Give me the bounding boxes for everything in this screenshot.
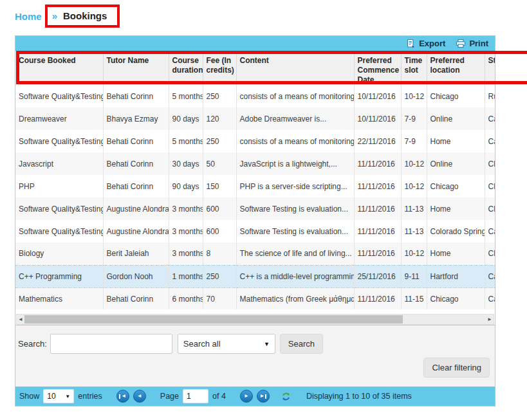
- export-label: Export: [419, 39, 445, 48]
- cell-location: Home: [427, 242, 485, 265]
- cell-tutor: Behati Corinn: [103, 85, 169, 107]
- table-row[interactable]: Software Quality&TestingBehati Corinn5 m…: [15, 85, 495, 107]
- column-header-time[interactable]: Time slot: [401, 51, 427, 85]
- column-header-duration[interactable]: Course duration: [169, 51, 203, 85]
- column-header-course[interactable]: Course Booked: [15, 51, 103, 85]
- table-row[interactable]: DreamweaverBhavya Ezmay90 days120Adobe D…: [15, 107, 495, 130]
- cell-status: Closed: [485, 242, 495, 265]
- show-label: Show: [19, 392, 39, 401]
- cell-content: C++ is a middle-level programming...: [236, 265, 354, 288]
- cell-date: 11/11/2016: [354, 197, 401, 220]
- clear-filtering-button[interactable]: Clear filtering: [423, 358, 490, 378]
- cell-course: Biology: [15, 242, 103, 265]
- table-row[interactable]: Software Quality&TestingAugustine Alondr…: [15, 220, 495, 242]
- column-header-fee[interactable]: Fee (In credits): [203, 51, 236, 85]
- cell-tutor: Augustine Alondra: [103, 197, 169, 220]
- horizontal-scrollbar[interactable]: ◄ ►: [16, 314, 494, 325]
- cell-content: PHP is a server-side scripting...: [236, 175, 354, 197]
- table-row[interactable]: PHPBehati Corinn90 days150PHP is a serve…: [15, 175, 495, 197]
- cell-location: Online: [427, 152, 485, 175]
- table-row[interactable]: JavascriptBehati Corinn30 days50JavaScri…: [15, 152, 495, 175]
- search-input[interactable]: [50, 334, 172, 354]
- scroll-left-arrow-icon[interactable]: ◄: [17, 315, 24, 324]
- last-page-button[interactable]: ►: [257, 390, 270, 403]
- cell-duration: 3 months: [169, 242, 203, 265]
- breadcrumb-home-link[interactable]: Home: [15, 11, 42, 22]
- page-size-value: 10: [47, 392, 55, 401]
- cell-time: 11-13: [401, 197, 427, 220]
- cell-course: Software Quality&Testing: [15, 85, 103, 107]
- breadcrumb-annotation-box: » Bookings: [45, 5, 120, 28]
- cell-fee: 120: [203, 107, 236, 130]
- cell-status: Cancelled: [485, 220, 495, 242]
- cell-tutor: Berit Jaleiah: [103, 242, 169, 265]
- print-button[interactable]: Print: [456, 39, 488, 48]
- first-page-icon: [119, 394, 120, 399]
- cell-tutor: Behati Corinn: [103, 130, 169, 152]
- cell-duration: 30 days: [169, 152, 203, 175]
- previous-page-button[interactable]: ◄: [133, 390, 146, 403]
- cell-duration: 90 days: [169, 175, 203, 197]
- cell-status: Cancelled: [485, 107, 495, 130]
- column-header-location[interactable]: Preferred location: [427, 51, 485, 85]
- scroll-right-arrow-icon[interactable]: ►: [486, 315, 494, 324]
- cell-time: 10-12: [401, 152, 427, 175]
- cell-status: Cancelled: [485, 130, 495, 152]
- refresh-button[interactable]: [281, 392, 291, 401]
- cell-duration: 5 months: [169, 85, 203, 107]
- scrollbar-thumb[interactable]: [24, 315, 403, 324]
- search-field-dropdown-value: Search all: [183, 339, 221, 349]
- cell-time: 10-12: [401, 175, 427, 197]
- pager-footer: Show 10 ▼ entries ◄ ◄ Page of 4 ► ►: [15, 387, 495, 406]
- cell-fee: 150: [203, 175, 236, 197]
- cell-course: Software Quality&Testing: [15, 130, 103, 152]
- cell-fee: 250: [203, 85, 236, 107]
- search-field-dropdown[interactable]: Search all ▼: [178, 334, 275, 354]
- table-row[interactable]: Software Quality&TestingAugustine Alondr…: [15, 197, 495, 220]
- search-button[interactable]: Search: [280, 334, 323, 354]
- cell-location: Chicago: [427, 288, 485, 309]
- column-header-tutor[interactable]: Tutor Name: [103, 51, 169, 85]
- page-size-dropdown[interactable]: 10 ▼: [43, 389, 74, 403]
- table-row[interactable]: BiologyBerit Jaleiah3 months8The science…: [15, 242, 495, 265]
- table-toolbar: Export Print: [15, 36, 495, 51]
- entries-label: entries: [78, 392, 102, 401]
- cell-status: Cancelled: [485, 265, 495, 288]
- bookings-table-panel: Export Print Course BookedTutor NameCo: [15, 35, 495, 406]
- next-page-button[interactable]: ►: [240, 390, 253, 403]
- cell-location: Hartford: [427, 265, 485, 288]
- cell-content: JavaScript is a lightweight,...: [236, 152, 354, 175]
- cell-status: Closed: [485, 175, 495, 197]
- chevron-down-icon: ▼: [264, 341, 270, 347]
- search-filter-section: Search: Search all ▼ Search Clear filter…: [15, 325, 495, 387]
- print-label: Print: [469, 39, 488, 48]
- cell-fee: 600: [203, 220, 236, 242]
- table-row[interactable]: C++ ProgrammingGordon Nooh1 months250C++…: [15, 265, 495, 288]
- column-header-date[interactable]: Preferred Commence Date: [354, 51, 401, 85]
- cell-status: Closed: [485, 152, 495, 175]
- search-label: Search:: [18, 339, 47, 349]
- cell-tutor: Gordon Nooh: [103, 265, 169, 288]
- table-row[interactable]: MathematicsBehati Corinn6 months70Mathem…: [15, 288, 495, 309]
- table-row[interactable]: Software Quality&TestingBehati Corinn5 m…: [15, 130, 495, 152]
- export-icon: [406, 39, 416, 48]
- bookings-table: Course BookedTutor NameCourse durationFe…: [15, 51, 495, 309]
- page-number-input[interactable]: [183, 389, 208, 403]
- column-header-status[interactable]: Status: [485, 51, 495, 85]
- export-button[interactable]: Export: [406, 39, 445, 48]
- first-page-button[interactable]: ◄: [116, 390, 129, 403]
- cell-tutor: Behati Corinn: [103, 288, 169, 309]
- cell-location: Home: [427, 130, 485, 152]
- cell-duration: 6 months: [169, 288, 203, 309]
- cell-date: 11/11/2016: [354, 288, 401, 309]
- refresh-icon: [281, 392, 291, 401]
- displaying-status-text: Displaying 1 to 10 of 35 items: [306, 392, 412, 401]
- cell-status: Closed: [485, 197, 495, 220]
- cell-content: consists of a means of monitoring...: [236, 85, 354, 107]
- table-body: Software Quality&TestingBehati Corinn5 m…: [15, 85, 495, 309]
- cell-duration: 90 days: [169, 107, 203, 130]
- cell-time: 10-12: [401, 242, 427, 265]
- cell-fee: 8: [203, 242, 236, 265]
- column-header-content[interactable]: Content: [236, 51, 354, 85]
- cell-course: Software Quality&Testing: [15, 197, 103, 220]
